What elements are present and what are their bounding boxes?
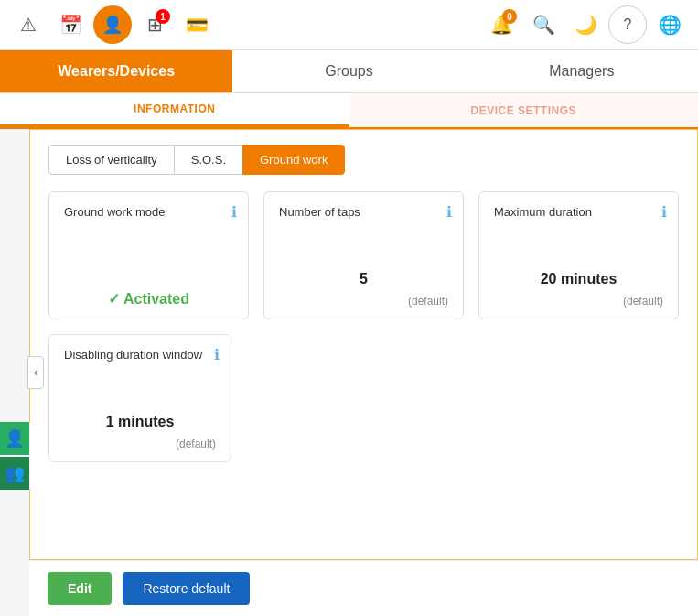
card-number-of-taps-title: Number of taps: [279, 205, 448, 219]
card-ground-work-mode-title: Ground work mode: [64, 205, 233, 219]
card-disabling-duration-value: 1 minutes: [64, 414, 216, 430]
grid-badge: 1: [156, 9, 170, 24]
card-ground-work-mode-help[interactable]: ℹ: [231, 203, 237, 221]
nav-icons-right: 🔔 0 🔍 🌙 ? 🌐: [482, 5, 689, 44]
bell-badge: 0: [502, 9, 517, 24]
top-nav: ⚠ 📅 👤 ⊞ 1 💳 🔔 0 🔍 🌙 ? 🌐: [0, 0, 698, 50]
moon-nav-btn[interactable]: 🌙: [566, 5, 605, 44]
card-disabling-duration-help[interactable]: ℹ: [214, 346, 220, 363]
card-nav-btn[interactable]: 💳: [177, 5, 216, 44]
nav-icons-left: ⚠ 📅 👤 ⊞ 1 💳: [9, 5, 216, 44]
card-number-of-taps: Number of taps ℹ 5 (default): [263, 191, 464, 319]
bottom-bar: Edit Restore default: [29, 560, 698, 616]
restore-default-button[interactable]: Restore default: [123, 572, 250, 605]
sub-tabs: INFORMATION DEVICE SETTINGS: [0, 93, 698, 129]
tab-information[interactable]: INFORMATION: [0, 93, 349, 127]
card-ground-work-mode-value: ✓Activated: [64, 290, 233, 308]
left-sidebar: 👤 👥: [0, 422, 30, 490]
sidebar-person-icon[interactable]: 👤: [0, 422, 29, 455]
tab-managers[interactable]: Managers: [466, 50, 698, 92]
cards-row-1: Ground work mode ℹ ✓Activated Number of …: [48, 191, 679, 319]
card-disabling-duration: Disabling duration window ℹ 1 minutes (d…: [48, 334, 231, 462]
card-maximum-duration: Maximum duration ℹ 20 minutes (default): [478, 191, 679, 319]
card-maximum-duration-help[interactable]: ℹ: [661, 203, 667, 221]
tab-device-settings[interactable]: DEVICE SETTINGS: [349, 93, 699, 127]
tab-wearers-devices[interactable]: Wearers/Devices: [0, 50, 232, 92]
grid-nav-btn[interactable]: ⊞ 1: [135, 5, 174, 44]
cards-row-2: Disabling duration window ℹ 1 minutes (d…: [48, 334, 679, 462]
card-number-of-taps-help[interactable]: ℹ: [446, 203, 452, 221]
calendar-nav-btn[interactable]: 📅: [51, 5, 90, 44]
card-disabling-duration-default: (default): [64, 438, 216, 450]
card-maximum-duration-title: Maximum duration: [494, 205, 663, 219]
card-number-of-taps-default: (default): [279, 295, 448, 308]
edit-button[interactable]: Edit: [48, 572, 112, 605]
content-wrapper: Loss of verticality S.O.S. Ground work G…: [29, 129, 698, 560]
filter-sos[interactable]: S.O.S.: [175, 145, 242, 175]
page-body: 👤 👥 ‹ Loss of verticality S.O.S. Ground …: [0, 129, 698, 616]
globe-nav-btn[interactable]: 🌐: [650, 5, 689, 44]
filter-buttons: Loss of verticality S.O.S. Ground work: [48, 145, 679, 175]
page-main: Loss of verticality S.O.S. Ground work G…: [29, 129, 698, 616]
card-disabling-duration-title: Disabling duration window: [64, 348, 216, 362]
people-nav-btn[interactable]: 👤: [93, 5, 132, 44]
card-maximum-duration-default: (default): [494, 295, 663, 308]
tab-groups[interactable]: Groups: [232, 50, 465, 92]
card-number-of-taps-value: 5: [279, 271, 448, 287]
main-tabs: Wearers/Devices Groups Managers: [0, 50, 698, 93]
search-nav-btn[interactable]: 🔍: [524, 5, 563, 44]
check-icon: ✓: [108, 291, 120, 307]
help-nav-btn[interactable]: ?: [608, 5, 647, 44]
card-ground-work-mode: Ground work mode ℹ ✓Activated: [48, 191, 249, 319]
sidebar-toggle-btn[interactable]: ‹: [27, 356, 44, 389]
filter-ground-work[interactable]: Ground work: [242, 145, 345, 175]
sidebar-person2-icon[interactable]: 👥: [0, 457, 29, 490]
bell-nav-btn[interactable]: 🔔 0: [482, 5, 521, 44]
filter-loss-verticality[interactable]: Loss of verticality: [48, 145, 175, 175]
card-maximum-duration-value: 20 minutes: [494, 271, 663, 287]
app-container: ⚠ 📅 👤 ⊞ 1 💳 🔔 0 🔍 🌙 ? 🌐 Wearers/Devices …: [0, 0, 698, 616]
alert-nav-btn[interactable]: ⚠: [9, 5, 48, 44]
